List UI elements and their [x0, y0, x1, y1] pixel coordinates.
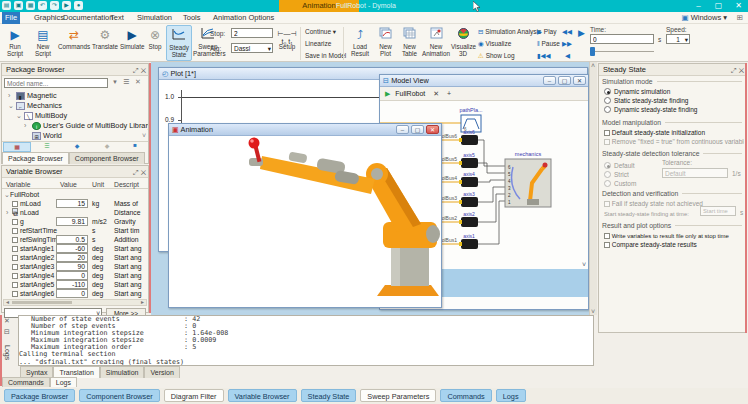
- filter-square-button[interactable]: ■: [123, 142, 147, 152]
- steady-state-button[interactable]: Steady State: [166, 25, 192, 61]
- step-forward-button[interactable]: ▶: [578, 28, 585, 38]
- scroll-right-icon[interactable]: ►: [140, 299, 145, 305]
- window-minimize-button[interactable]: –: [689, 0, 708, 12]
- scroll-down-icon[interactable]: ˅: [591, 308, 595, 315]
- filter-funnel-icon[interactable]: ▼: [112, 79, 118, 85]
- run-icon[interactable]: ▶: [62, 1, 71, 10]
- window-close-button[interactable]: ✕: [426, 125, 439, 134]
- close-panel-icon[interactable]: ✕: [141, 67, 146, 74]
- translate-button[interactable]: ⚙Translate: [92, 25, 118, 61]
- filter-diamond-gray-button[interactable]: ◆: [93, 142, 121, 152]
- variable-row-refswingtime[interactable]: refSwingTime0.5sAddition: [12, 235, 148, 244]
- algorithm-select[interactable]: Dassl▾: [231, 43, 273, 53]
- plot-checkbox[interactable]: [12, 273, 18, 279]
- tree-item-world[interactable]: ⊞World: [24, 131, 62, 141]
- windows-menu[interactable]: ▣ Windows ▾: [679, 12, 730, 24]
- variable-group-row[interactable]: ⌄FullRobot: [4, 190, 39, 199]
- close-panel-icon[interactable]: ✕: [141, 169, 146, 176]
- pin-log-icon[interactable]: ⊟: [4, 328, 10, 336]
- tab-logs[interactable]: Logs: [50, 377, 77, 387]
- menu-file[interactable]: File: [2, 12, 20, 24]
- value-input[interactable]: 0.5: [56, 235, 88, 244]
- chevron-right-icon[interactable]: ›: [8, 91, 14, 101]
- time-slider-track[interactable]: [590, 51, 654, 52]
- simulate-button[interactable]: ▶Simulate: [120, 25, 144, 61]
- stop-button[interactable]: ⊗Stop: [145, 25, 165, 61]
- plot-checkbox[interactable]: [12, 255, 18, 261]
- window-maximize-button[interactable]: ▢: [709, 0, 728, 12]
- menu-animation-options[interactable]: Animation Options: [210, 12, 277, 24]
- mdi-vertical-scrollbar[interactable]: ˄ ˅: [589, 62, 597, 315]
- linearize-button[interactable]: Linearize: [305, 40, 331, 47]
- tab-version[interactable]: Version: [144, 366, 179, 378]
- radio-dynamic-steady-state[interactable]: Dynamic steady-state finding: [604, 106, 697, 114]
- chip-diagram-filter[interactable]: Diagram Filter: [164, 389, 224, 402]
- stop-time-input[interactable]: [231, 28, 273, 38]
- redo-icon[interactable]: ↷: [50, 1, 59, 10]
- checkbox-icon[interactable]: [604, 233, 610, 239]
- dock-splitter[interactable]: [149, 63, 151, 313]
- run-script-button[interactable]: ▶Run Script: [2, 25, 28, 61]
- chip-commands[interactable]: Commands: [440, 389, 491, 402]
- scroll-thumb[interactable]: [12, 301, 72, 304]
- simulation-analysis-button[interactable]: ⊟ Simulation Analysis: [478, 28, 541, 36]
- value-input[interactable]: 15: [56, 199, 88, 208]
- variable-row-nload[interactable]: ›⧉ nLoadDistance: [6, 208, 148, 217]
- rewind-button[interactable]: ▮◀◀: [537, 52, 551, 60]
- tab-package-browser[interactable]: Package Browser: [2, 152, 69, 164]
- variable-row-mload[interactable]: mLoad15kgMass of: [12, 199, 148, 208]
- variable-hscrollbar[interactable]: ◄ ►: [3, 299, 147, 306]
- flat-list-icon[interactable]: ☰: [123, 78, 129, 86]
- plot-checkbox[interactable]: [12, 201, 18, 207]
- setup-button[interactable]: ⊢—⊣t₀ t₁Setup: [276, 25, 298, 61]
- variable-row-startangle5[interactable]: startAngle5-110degStart ang: [12, 280, 148, 289]
- chip-component-browser[interactable]: Component Browser: [79, 389, 160, 402]
- menu-tools[interactable]: Tools: [180, 12, 204, 24]
- close-tab-icon[interactable]: ✕: [427, 90, 445, 97]
- chip-variable-browser[interactable]: Variable Browser: [228, 389, 297, 402]
- value-input[interactable]: 9.81: [56, 217, 88, 226]
- model-view-titlebar[interactable]: ⊟ Model View – ▢ ✕: [380, 75, 588, 87]
- open-file-icon[interactable]: ▣: [14, 1, 23, 10]
- radio-icon[interactable]: [604, 88, 611, 95]
- float-panel-icon[interactable]: ⤢: [133, 67, 139, 74]
- dock-splitter[interactable]: [745, 63, 747, 333]
- load-result-button[interactable]: ⤴Load Result: [347, 25, 373, 61]
- chip-package-browser[interactable]: Package Browser: [4, 389, 75, 402]
- animation-window-titlebar[interactable]: ▣ Animation – ▢ ✕: [169, 124, 441, 136]
- checkbox-icon[interactable]: [604, 130, 610, 136]
- chip-steady-state[interactable]: Steady State: [301, 389, 357, 402]
- variable-row-refstarttime[interactable]: refStartTimesStart tim: [12, 226, 148, 235]
- time-slider-thumb[interactable]: [590, 47, 595, 56]
- visualize-3d-button[interactable]: Visualize 3D: [451, 25, 475, 61]
- value-input[interactable]: -110: [56, 280, 88, 289]
- step-back-button[interactable]: ◀: [565, 52, 570, 60]
- tree-item-multibody[interactable]: ⌄╲MultiBody: [16, 111, 67, 121]
- filter-list-button[interactable]: ☰: [33, 142, 61, 152]
- animation-window[interactable]: ▣ Animation – ▢ ✕: [168, 123, 442, 308]
- tree-item-users-guide[interactable]: ›iUser's Guide of MultiBody Library: [24, 121, 148, 131]
- add-tab-icon[interactable]: +: [447, 90, 451, 97]
- tab-component-browser[interactable]: Component Browser: [69, 152, 145, 164]
- chevron-down-icon[interactable]: ⌄: [8, 101, 14, 111]
- menu-text[interactable]: Text: [107, 12, 127, 24]
- plot-checkbox[interactable]: [12, 237, 18, 243]
- float-panel-icon[interactable]: ⤢: [133, 169, 139, 176]
- value-input[interactable]: 0: [56, 271, 88, 280]
- play-button[interactable]: ▶ Play: [537, 28, 556, 36]
- variable-row-startangle6[interactable]: startAngle60degStart ang: [12, 289, 148, 298]
- radio-dynamic-simulation[interactable]: Dynamic simulation: [604, 88, 670, 96]
- model-search-input[interactable]: [4, 78, 108, 88]
- animation-canvas[interactable]: [169, 136, 441, 307]
- tab-simulation[interactable]: Simulation: [100, 366, 145, 378]
- new-file-icon[interactable]: ▤: [2, 1, 11, 10]
- new-table-button[interactable]: New Table: [398, 25, 421, 61]
- variable-row-g[interactable]: g9.81m/s2Gravity: [12, 217, 148, 226]
- new-script-button[interactable]: ▤New Script: [30, 25, 56, 61]
- chip-sweep-parameters[interactable]: Sweep Parameters: [360, 389, 436, 402]
- checkbox-icon[interactable]: [604, 242, 610, 248]
- check-write-variables[interactable]: Write variables to result file only at s…: [604, 232, 729, 240]
- skip-forward-button[interactable]: ▶▶: [562, 40, 572, 48]
- window-minimize-button[interactable]: –: [396, 125, 409, 134]
- model-tab-fullrobot[interactable]: FullRobot: [395, 90, 425, 97]
